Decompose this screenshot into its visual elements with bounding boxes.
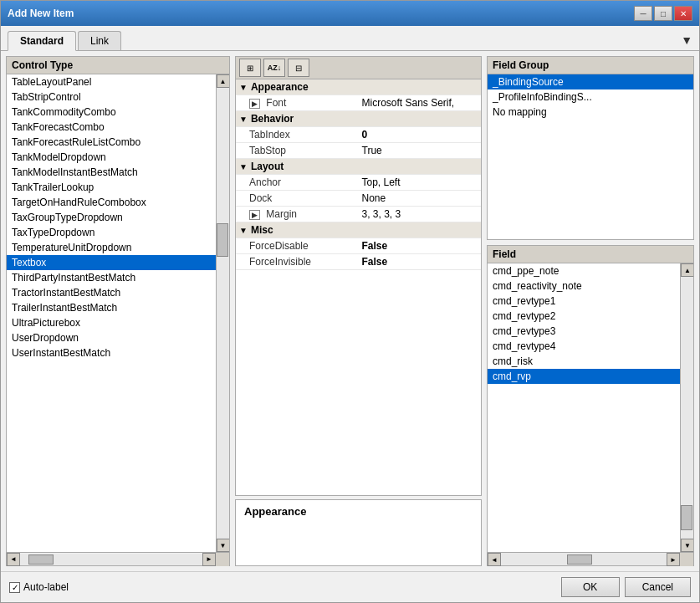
list-item[interactable]: TankModelDropdown	[7, 150, 216, 165]
prop-force-invisible-name: ForceInvisible	[236, 254, 359, 270]
list-item[interactable]: TankModelInstantBestMatch	[7, 165, 216, 180]
list-item[interactable]: TemperatureUnitDropdown	[7, 240, 216, 255]
tab-link[interactable]: Link	[78, 31, 121, 50]
field-scroll-thumb[interactable]	[681, 505, 692, 530]
control-type-list-wrap: TableLayoutPanel TabStripControl TankCom…	[7, 74, 229, 552]
expand-font-icon[interactable]: ▶	[249, 99, 260, 109]
expand-margin-icon[interactable]: ▶	[249, 210, 260, 220]
field-item-cmd-ppe-note[interactable]: cmd_ppe_note	[488, 263, 680, 279]
field-item-cmd-revtype3[interactable]: cmd_revtype3	[488, 324, 680, 339]
section-layout[interactable]: ▼Layout	[236, 159, 481, 175]
hscroll-left-button[interactable]: ◄	[7, 553, 20, 566]
right-panel: Field Group _BindingSource _ProfileInfoB…	[487, 56, 694, 566]
scroll-track[interactable]	[217, 88, 229, 539]
list-item[interactable]: UltraPicturebox	[7, 315, 216, 330]
section-misc[interactable]: ▼Misc	[236, 222, 481, 238]
prop-force-invisible-row[interactable]: ForceInvisible False	[236, 254, 481, 270]
field-group-item-profile-info[interactable]: _ProfileInfoBindingS...	[488, 89, 693, 105]
auto-label-checkbox[interactable]: ✓	[9, 582, 20, 593]
hscroll-right-button[interactable]: ►	[202, 553, 216, 566]
prop-tabindex-row[interactable]: TabIndex 0	[236, 127, 481, 143]
list-item[interactable]: TankForecastCombo	[7, 120, 216, 135]
field-hscroll-left-button[interactable]: ◄	[488, 553, 501, 566]
title-bar-buttons: ─ □ ✕	[634, 6, 692, 21]
props-alphabetical-button[interactable]: AZ↓	[263, 59, 285, 77]
field-hscroll-corner	[680, 553, 693, 566]
dialog-content: Standard Link ▼ Control Type TableLayout…	[1, 26, 699, 602]
prop-margin-row[interactable]: ▶ Margin 3, 3, 3, 3	[236, 207, 481, 222]
prop-tabindex-name: TabIndex	[236, 127, 359, 143]
prop-font-row[interactable]: ▶ Font Microsoft Sans Serif,	[236, 95, 481, 111]
list-item[interactable]: TaxGroupTypeDropdown	[7, 210, 216, 225]
field-header: Field	[488, 246, 693, 263]
list-item[interactable]: UserDropdown	[7, 330, 216, 345]
list-item[interactable]: ThirdPartyInstantBestMatch	[7, 270, 216, 285]
list-item[interactable]: TankTrailerLookup	[7, 180, 216, 195]
field-item-cmd-revtype2[interactable]: cmd_revtype2	[488, 309, 680, 324]
props-pages-button[interactable]: ⊟	[288, 59, 309, 77]
field-item-cmd-revtype4[interactable]: cmd_revtype4	[488, 339, 680, 354]
appearance-title: Appearance	[244, 505, 473, 518]
props-categorized-button[interactable]: ⊞	[239, 59, 261, 77]
section-behavior[interactable]: ▼Behavior	[236, 111, 481, 127]
field-item-cmd-reactivity-note[interactable]: cmd_reactivity_note	[488, 279, 680, 294]
tab-dropdown-arrow[interactable]: ▼	[681, 33, 692, 47]
cancel-button[interactable]: Cancel	[625, 577, 691, 597]
list-item-textbox[interactable]: Textbox	[7, 255, 216, 270]
field-hscroll-track[interactable]	[501, 553, 667, 565]
field-list-wrap: cmd_ppe_note cmd_reactivity_note cmd_rev…	[488, 263, 693, 552]
restore-button[interactable]: □	[654, 6, 672, 21]
dialog-title: Add New Item	[8, 8, 74, 19]
hscroll-corner	[216, 553, 229, 566]
minimize-button[interactable]: ─	[634, 6, 652, 21]
list-item[interactable]: TaxTypeDropdown	[7, 225, 216, 240]
prop-tabstop-value: True	[359, 143, 482, 159]
ok-button[interactable]: OK	[561, 577, 620, 597]
prop-tabstop-row[interactable]: TabStop True	[236, 143, 481, 159]
prop-font-name: ▶ Font	[236, 95, 359, 111]
field-scroll-track[interactable]	[681, 277, 693, 539]
scroll-up-button[interactable]: ▲	[217, 74, 230, 88]
list-item[interactable]: TargetOnHandRuleCombobox	[7, 195, 216, 210]
tab-bar: Standard Link ▼	[1, 26, 699, 51]
field-scroll-up-button[interactable]: ▲	[681, 263, 693, 277]
list-item[interactable]: UserInstantBestMatch	[7, 345, 216, 360]
control-type-hscrollbar: ◄ ►	[7, 552, 229, 565]
list-item[interactable]: TabStripControl	[7, 89, 216, 105]
prop-dock-row[interactable]: Dock None	[236, 191, 481, 207]
field-group-item-no-mapping[interactable]: No mapping	[488, 105, 693, 120]
section-misc-label: Misc	[251, 224, 273, 236]
field-scrollbar: ▲ ▼	[680, 263, 693, 552]
scroll-thumb[interactable]	[217, 223, 228, 257]
field-hscroll-right-button[interactable]: ►	[667, 553, 680, 566]
list-item[interactable]: TrailerInstantBestMatch	[7, 300, 216, 315]
section-appearance[interactable]: ▼Appearance	[236, 79, 481, 95]
prop-force-invisible-value: False	[359, 254, 482, 270]
close-button[interactable]: ✕	[674, 6, 692, 21]
field-item-cmd-rvp[interactable]: cmd_rvp	[488, 369, 680, 384]
tab-standard[interactable]: Standard	[8, 31, 76, 51]
list-item[interactable]: TableLayoutPanel	[7, 74, 216, 89]
field-group-item-binding-source[interactable]: _BindingSource	[488, 74, 693, 89]
prop-margin-value: 3, 3, 3, 3	[359, 207, 482, 222]
hscroll-thumb[interactable]	[28, 554, 54, 565]
scroll-down-button[interactable]: ▼	[217, 539, 230, 552]
list-item[interactable]: TankCommodityCombo	[7, 105, 216, 120]
list-item[interactable]: TankForecastRuleListCombo	[7, 135, 216, 150]
hscroll-track[interactable]	[20, 554, 202, 565]
field-hscroll-thumb[interactable]	[567, 554, 592, 565]
prop-force-disable-row[interactable]: ForceDisable False	[236, 238, 481, 254]
prop-anchor-name: Anchor	[236, 175, 359, 191]
prop-dock-value: None	[359, 191, 482, 207]
auto-label-control[interactable]: ✓ Auto-label	[9, 581, 69, 593]
list-item[interactable]: TractorInstantBestMatch	[7, 285, 216, 300]
prop-anchor-row[interactable]: Anchor Top, Left	[236, 175, 481, 191]
field-group-header: Field Group	[488, 57, 693, 74]
field-item-cmd-risk[interactable]: cmd_risk	[488, 354, 680, 369]
field-scroll-down-button[interactable]: ▼	[681, 539, 693, 552]
add-new-item-dialog: Add New Item ─ □ ✕ Standard Link ▼ Contr…	[0, 0, 700, 603]
field-list[interactable]: cmd_ppe_note cmd_reactivity_note cmd_rev…	[488, 263, 680, 552]
field-item-cmd-revtype1[interactable]: cmd_revtype1	[488, 294, 680, 309]
field-group-list[interactable]: _BindingSource _ProfileInfoBindingS... N…	[488, 74, 693, 239]
control-type-list-container[interactable]: TableLayoutPanel TabStripControl TankCom…	[7, 74, 216, 552]
